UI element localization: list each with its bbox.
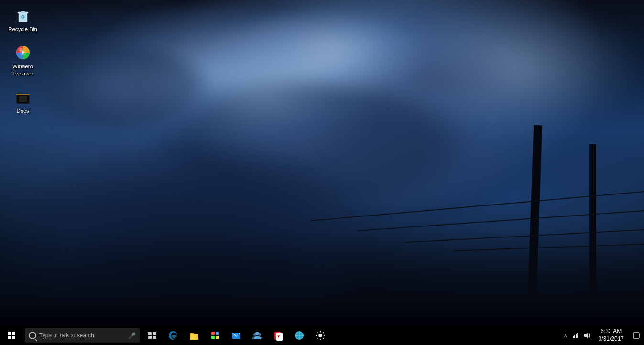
svg-rect-45 bbox=[317, 337, 318, 339]
winaero-tweaker-image bbox=[14, 44, 32, 61]
tray-expand-button[interactable]: ∧ bbox=[561, 326, 570, 345]
svg-rect-46 bbox=[323, 337, 325, 339]
taskbar-app-edge[interactable] bbox=[163, 326, 184, 345]
svg-rect-3 bbox=[21, 11, 25, 12]
taskbar-app-settings[interactable] bbox=[310, 326, 331, 345]
store-icon bbox=[210, 330, 220, 341]
svg-rect-14 bbox=[148, 332, 152, 335]
win-logo-tr bbox=[12, 332, 15, 335]
taskbar-pinned-apps: ♠ ♥ bbox=[163, 326, 331, 345]
svg-rect-49 bbox=[574, 335, 575, 338]
grass-silhouette bbox=[0, 230, 644, 326]
browser-icon bbox=[294, 330, 305, 341]
volume-svg bbox=[584, 332, 591, 339]
tray-chevron-icon: ∧ bbox=[564, 333, 567, 338]
winaero-tweaker-label: Winaero Tweaker bbox=[7, 63, 39, 77]
action-center-button[interactable] bbox=[629, 326, 644, 345]
desktop: ♻ Recycle Bin bbox=[0, 0, 644, 326]
settings-gear-icon bbox=[315, 330, 326, 341]
svg-rect-48 bbox=[573, 336, 574, 338]
windows-logo bbox=[8, 332, 15, 339]
docs-folder-icon[interactable]: Docs bbox=[5, 86, 41, 117]
svg-rect-43 bbox=[317, 332, 318, 334]
svg-rect-53 bbox=[633, 333, 639, 338]
taskbar-app-people[interactable] bbox=[247, 326, 268, 345]
svg-point-29 bbox=[258, 333, 261, 336]
svg-rect-41 bbox=[316, 335, 317, 336]
start-button[interactable] bbox=[0, 326, 23, 345]
search-icon bbox=[29, 332, 36, 339]
svg-rect-50 bbox=[576, 334, 577, 338]
svg-text:♻: ♻ bbox=[21, 14, 25, 20]
svg-rect-51 bbox=[577, 333, 578, 338]
svg-rect-21 bbox=[191, 334, 197, 339]
winaero-tweaker-svg bbox=[15, 45, 31, 60]
solitaire-icon: ♠ ♥ bbox=[273, 330, 284, 341]
docs-folder-image bbox=[14, 88, 32, 106]
svg-rect-20 bbox=[190, 333, 194, 334]
taskbar: Type or talk to search 🎤 bbox=[0, 326, 644, 345]
svg-point-18 bbox=[171, 335, 177, 338]
svg-rect-22 bbox=[211, 332, 215, 335]
svg-rect-16 bbox=[148, 336, 152, 339]
svg-rect-12 bbox=[16, 94, 30, 95]
recycle-bin-icon[interactable]: ♻ Recycle Bin bbox=[5, 5, 41, 35]
action-center-icon bbox=[633, 332, 640, 339]
file-explorer-icon bbox=[189, 330, 199, 341]
winaero-tweaker-icon[interactable]: Winaero Tweaker bbox=[5, 42, 41, 79]
recycle-bin-label: Recycle Bin bbox=[8, 26, 37, 33]
svg-rect-44 bbox=[323, 332, 325, 334]
search-placeholder-text: Type or talk to search bbox=[39, 332, 94, 339]
search-bar[interactable]: Type or talk to search 🎤 bbox=[25, 328, 140, 343]
svg-rect-42 bbox=[324, 335, 325, 336]
svg-text:♥: ♥ bbox=[277, 334, 280, 339]
docs-label: Docs bbox=[16, 108, 29, 115]
svg-rect-15 bbox=[153, 332, 156, 335]
win-logo-tl bbox=[8, 332, 11, 335]
taskbar-app-solitaire[interactable]: ♠ ♥ bbox=[268, 326, 289, 345]
taskbar-app-mail[interactable] bbox=[226, 326, 247, 345]
tray-network-icon[interactable] bbox=[570, 326, 581, 345]
taskbar-app-explorer[interactable] bbox=[184, 326, 205, 345]
svg-rect-17 bbox=[153, 336, 156, 339]
recycle-bin-svg: ♻ bbox=[15, 8, 31, 23]
people-icon bbox=[252, 330, 262, 341]
win-logo-bl bbox=[8, 336, 11, 339]
taskbar-app-browser[interactable] bbox=[289, 326, 310, 345]
desktop-icons: ♻ Recycle Bin bbox=[5, 5, 41, 117]
svg-rect-13 bbox=[19, 96, 27, 102]
recycle-bin-image: ♻ bbox=[14, 7, 32, 24]
docs-folder-svg bbox=[15, 89, 31, 105]
svg-rect-39 bbox=[320, 331, 321, 332]
svg-marker-52 bbox=[584, 333, 588, 338]
svg-rect-40 bbox=[320, 339, 321, 340]
svg-rect-25 bbox=[216, 336, 219, 339]
task-view-button[interactable] bbox=[142, 326, 163, 345]
win-logo-br bbox=[12, 336, 15, 339]
edge-icon bbox=[168, 330, 178, 341]
svg-rect-23 bbox=[216, 332, 219, 335]
clock-time: 6:33 AM bbox=[600, 328, 622, 335]
task-view-icon bbox=[148, 332, 156, 339]
system-tray: ∧ 6:33 AM 3/31/2017 bbox=[561, 326, 644, 345]
clock-date: 3/31/2017 bbox=[599, 335, 624, 343]
svg-rect-24 bbox=[211, 336, 215, 339]
microphone-icon: 🎤 bbox=[128, 332, 136, 339]
network-svg bbox=[572, 332, 579, 339]
taskbar-app-store[interactable] bbox=[205, 326, 226, 345]
tray-volume-icon[interactable] bbox=[581, 326, 594, 345]
svg-point-28 bbox=[253, 333, 256, 336]
mail-icon bbox=[231, 330, 241, 341]
clock[interactable]: 6:33 AM 3/31/2017 bbox=[594, 326, 629, 345]
